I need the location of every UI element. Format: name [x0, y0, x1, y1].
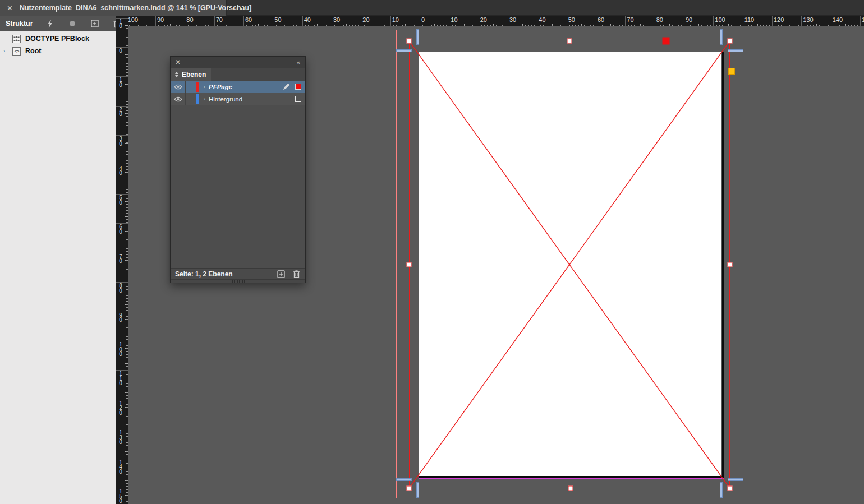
- add-element-icon[interactable]: [90, 19, 99, 28]
- layer-name[interactable]: Hintergrund: [209, 96, 295, 103]
- ruler-label: 150: [116, 489, 125, 504]
- layer-color-bar: [196, 94, 199, 104]
- selection-handle-top-center[interactable]: [567, 39, 572, 44]
- ruler-label: 50: [568, 16, 575, 23]
- ruler-major-tick: [801, 16, 802, 26]
- structure-tree: DOCTYPE PFBlock›<>Root: [0, 33, 116, 57]
- ruler-major-tick: [390, 16, 391, 26]
- ruler-label: 50: [274, 16, 281, 23]
- horizontal-ruler[interactable]: 1009080706050403020100102030405060708090…: [128, 16, 864, 26]
- selection-handle-top-left[interactable]: [407, 39, 412, 44]
- ruler-label: 60: [598, 16, 604, 23]
- crop-mark-tl-h: [396, 49, 412, 52]
- crop-mark-tr-h: [728, 49, 743, 52]
- ruler-major-tick: [567, 16, 567, 26]
- flash-icon[interactable]: [45, 19, 54, 28]
- structure-item-doctype-pfblock[interactable]: DOCTYPE PFBlock: [0, 33, 116, 45]
- ruler-label: 80: [116, 284, 125, 293]
- selection-handle-middle-right[interactable]: [728, 262, 733, 267]
- ruler-label: 100: [116, 343, 125, 357]
- layer-row-pfpage[interactable]: ›PFPage: [171, 81, 305, 93]
- ruler-major-tick: [713, 16, 714, 26]
- crop-mark-br-h: [728, 478, 743, 481]
- close-icon[interactable]: ✕: [175, 58, 181, 66]
- resize-grip-icon: [229, 280, 247, 283]
- selection-handle-bottom-center[interactable]: [568, 486, 573, 491]
- tab-ebenen[interactable]: Ebenen: [171, 68, 211, 81]
- panel-cycle-icon: [175, 72, 178, 77]
- record-circle-icon[interactable]: [68, 19, 77, 28]
- lock-cell[interactable]: [186, 93, 195, 105]
- layers-panel-tabrow: Ebenen: [171, 68, 305, 81]
- ruler-label: 130: [116, 431, 125, 445]
- selection-handle-middle-left[interactable]: [407, 262, 412, 267]
- selection-frame[interactable]: [409, 41, 730, 488]
- lock-cell[interactable]: [186, 81, 195, 93]
- ruler-label: 150: [862, 16, 864, 23]
- structure-panel: Struktur DOCTYPE PFBlock›<>Root: [0, 16, 116, 504]
- ruler-label: 0: [116, 49, 125, 54]
- ruler-label: 110: [744, 16, 755, 23]
- ruler-label: 50: [116, 196, 125, 205]
- visibility-eye-icon[interactable]: [171, 81, 186, 93]
- selection-handle-top-right[interactable]: [728, 39, 733, 44]
- ruler-label: 80: [656, 16, 663, 23]
- ruler-label: 10: [116, 78, 125, 87]
- document-tab[interactable]: ✕ Nutzentemplate_DINA6_schnittmarken.ind…: [0, 0, 227, 16]
- selection-handle-bottom-right[interactable]: [728, 486, 733, 491]
- expand-chevron-icon[interactable]: ›: [204, 84, 205, 90]
- reference-point-handle[interactable]: [663, 38, 670, 45]
- doctype-icon: [12, 35, 21, 43]
- ruler-label: 30: [116, 137, 125, 146]
- ruler-major-tick: [479, 16, 479, 26]
- ruler-label: 100: [128, 16, 138, 23]
- ruler-major-tick: [214, 16, 215, 26]
- element-icon: <>: [12, 47, 21, 56]
- collapse-panel-icon[interactable]: «: [297, 59, 301, 66]
- ruler-label: 80: [186, 16, 193, 23]
- crop-mark-bl-h: [396, 478, 412, 481]
- ruler-major-tick: [655, 16, 655, 26]
- document-tab-bar: ✕ Nutzentemplate_DINA6_schnittmarken.ind…: [0, 0, 864, 16]
- ruler-label: 0: [421, 16, 425, 23]
- expand-chevron-icon[interactable]: ›: [0, 48, 9, 54]
- ruler-major-tick: [273, 16, 273, 26]
- new-layer-icon[interactable]: [277, 270, 286, 279]
- ruler-major-tick: [243, 16, 244, 26]
- ruler-label: 20: [116, 108, 125, 117]
- visibility-eye-icon[interactable]: [171, 93, 186, 105]
- ruler-label: 140: [833, 16, 843, 23]
- ruler-label: 60: [116, 225, 125, 234]
- layer-name[interactable]: PFPage: [209, 84, 283, 90]
- expand-chevron-icon[interactable]: ›: [204, 96, 205, 102]
- layers-status-text: Seite: 1, 2 Ebenen: [175, 270, 270, 278]
- selection-proxy-icon[interactable]: [295, 96, 301, 102]
- panel-resize-handle[interactable]: [171, 279, 305, 283]
- ruler-label: 110: [116, 372, 125, 386]
- crop-mark-tl-v: [416, 29, 419, 45]
- structure-item-root[interactable]: ›<>Root: [0, 45, 116, 57]
- selection-handle-bottom-left[interactable]: [407, 486, 412, 491]
- ruler-label: 20: [362, 16, 369, 23]
- ruler-label: 30: [509, 16, 516, 23]
- delete-layer-icon[interactable]: [292, 270, 301, 279]
- ruler-label: 40: [304, 16, 311, 23]
- structure-item-label: DOCTYPE PFBlock: [25, 35, 89, 43]
- ruler-major-tick: [537, 16, 537, 26]
- live-corner-handle[interactable]: [728, 68, 735, 75]
- layers-panel: ✕ « Ebenen ›PFPage›Hintergrund Seite: 1,…: [170, 56, 306, 283]
- ruler-label: 70: [116, 255, 125, 264]
- close-icon[interactable]: ✕: [7, 4, 13, 12]
- ruler-label: 30: [333, 16, 340, 23]
- ruler-label: 140: [116, 460, 125, 475]
- layers-panel-titlebar[interactable]: ✕ «: [171, 57, 305, 68]
- crop-mark-bl-v: [416, 482, 419, 498]
- ruler-label: 10: [116, 20, 125, 29]
- layer-row-hintergrund[interactable]: ›Hintergrund: [171, 93, 305, 105]
- structure-item-label: Root: [25, 47, 41, 55]
- selection-proxy-icon[interactable]: [295, 84, 301, 90]
- ruler-label: 130: [803, 16, 813, 23]
- vertical-ruler[interactable]: 100102030405060708090100110120130140150: [116, 16, 128, 504]
- ruler-label: 70: [627, 16, 633, 23]
- layer-color-bar: [196, 82, 199, 92]
